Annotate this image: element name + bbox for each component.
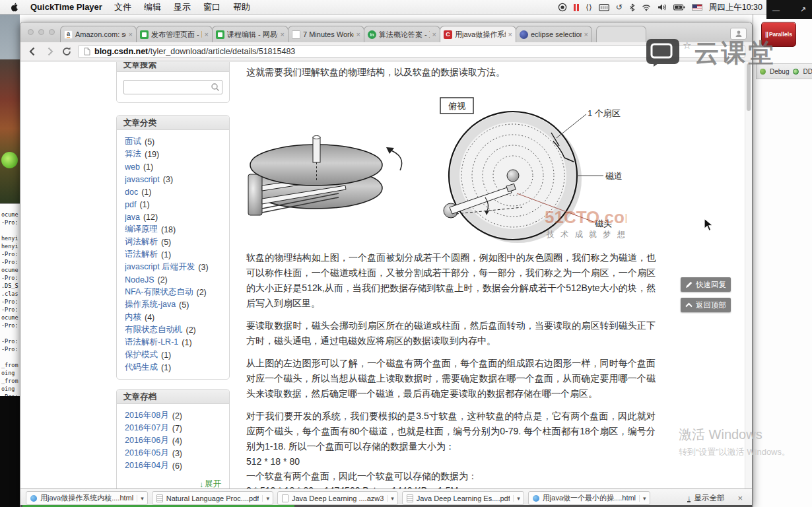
category-link[interactable]: javascript 后端开发 [125, 261, 195, 273]
terminal-line: _from [1, 377, 20, 385]
quick-reply-button[interactable]: 快速回复 [681, 277, 731, 292]
zoom-window-button[interactable] [49, 29, 55, 35]
archive-link[interactable]: 2016年06月 [125, 435, 169, 446]
vm-minimize-icon[interactable]: — [772, 6, 780, 14]
download-item[interactable]: Java Deep Learning Es....pdf ▾ [402, 491, 524, 505]
wifi-icon[interactable] [642, 2, 651, 13]
menubar-app-name[interactable]: QuickTime Player [30, 2, 102, 12]
category-count: (19) [145, 150, 159, 159]
show-all-downloads-button[interactable]: ↓ 显示全部 [682, 493, 730, 503]
menubar-menu-item[interactable]: 文件 [114, 1, 131, 13]
category-link[interactable]: web [125, 162, 140, 172]
category-link[interactable]: 有限状态自动机 [125, 324, 183, 335]
tab-close-icon[interactable]: × [205, 30, 209, 38]
browser-tab[interactable]: 课程编辑 - 网易云课堂 × [212, 26, 288, 42]
volume-icon[interactable] [658, 2, 667, 13]
menubar-menu-item[interactable]: 编辑 [144, 1, 161, 13]
tab-close-icon[interactable]: × [281, 30, 285, 38]
download-item[interactable]: Java Deep Learning ....azw3 ▾ [277, 491, 398, 505]
apple-logo-icon[interactable] [11, 2, 18, 13]
browser-tab[interactable]: 7 Minutes Workout × [288, 26, 364, 42]
category-row: 语法解析 (1) [125, 248, 221, 261]
archive-link[interactable]: 2016年05月 [125, 448, 169, 459]
browser-tab[interactable]: 用java做操作系统内核 × [440, 26, 516, 42]
expand-label: 展开 [205, 479, 221, 489]
ddms-perspective-button[interactable]: DDMS [803, 68, 812, 75]
minimize-window-button[interactable] [38, 29, 44, 35]
download-menu-caret[interactable]: ▾ [639, 495, 646, 502]
category-link[interactable]: 面试 [125, 136, 141, 147]
category-link[interactable]: 算法 [125, 149, 141, 160]
category-link[interactable]: 编译原理 [125, 224, 158, 235]
category-link[interactable]: java [125, 213, 140, 222]
back-button[interactable] [27, 46, 38, 57]
bluetooth-icon[interactable] [629, 2, 635, 13]
page-scrollbar[interactable] [745, 62, 752, 489]
dev-brackets-icon[interactable]: ⟨⟩ [586, 3, 592, 12]
download-filename: Natural Language Proc....pdf [166, 494, 259, 502]
reload-button[interactable] [61, 46, 72, 57]
category-link[interactable]: javascript [125, 175, 160, 184]
menubar-menu-item[interactable]: 窗口 [203, 1, 220, 13]
category-link[interactable]: 代码生成 [125, 362, 158, 373]
download-item[interactable]: 用java做操作系统内核....html ▾ [26, 491, 148, 505]
category-count: (1) [182, 338, 191, 347]
close-downloads-bar-icon[interactable]: × [737, 493, 743, 503]
screen-record-icon[interactable] [558, 2, 567, 13]
terminal-line: _from [1, 361, 20, 369]
menubar-clock[interactable]: 周四上午10:30 [709, 2, 762, 13]
tab-close-icon[interactable]: × [432, 30, 436, 38]
category-link[interactable]: pdf [125, 200, 136, 209]
archive-link[interactable]: 2016年04月 [125, 460, 169, 471]
url-path: /tyler_download/article/details/51815483 [148, 47, 295, 56]
debug-perspective-button[interactable]: Debug [770, 68, 789, 75]
category-link[interactable]: doc [125, 187, 138, 197]
download-menu-caret[interactable]: ▾ [513, 495, 520, 502]
category-link[interactable]: 内核 [125, 312, 141, 323]
category-link[interactable]: NFA-有限状态自动 [125, 287, 193, 298]
category-link[interactable]: 操作系统-java [125, 299, 176, 310]
browser-tab[interactable]: 发布管理页面 - 网易云 × [136, 26, 213, 42]
archive-link[interactable]: 2016年08月 [125, 410, 169, 421]
tab-close-icon[interactable]: × [508, 30, 512, 38]
archive-list: 2016年08月 (2) 2016年07月 (7) 2016年06月 (4) [117, 404, 229, 477]
archive-row: 2016年08月 (2) [125, 409, 221, 422]
download-menu-caret[interactable]: ▾ [387, 495, 394, 502]
vm-resize-icon[interactable]: ↗ [800, 5, 806, 14]
archive-link[interactable]: 2016年07月 [125, 422, 169, 434]
category-link[interactable]: NodeJS [125, 275, 154, 285]
forward-button[interactable] [44, 46, 55, 57]
recording-pause-icon[interactable] [574, 2, 579, 13]
new-tab-button[interactable] [596, 26, 646, 42]
scrollbar-thumb[interactable] [747, 63, 751, 111]
download-menu-caret[interactable]: ▾ [137, 495, 144, 502]
archive-expand-button[interactable]: ↓ 展开 [117, 477, 229, 489]
tab-close-icon[interactable]: × [129, 30, 133, 38]
browser-tab[interactable]: 算法概论答案 - 豆丁网 × [364, 26, 440, 42]
input-language-flag-icon[interactable] [692, 4, 702, 11]
download-item[interactable]: 用java做一个最小的操....html ▾ [528, 491, 650, 505]
back-to-top-button[interactable]: 返回顶部 [681, 298, 731, 312]
download-menu-caret[interactable]: ▾ [262, 495, 269, 502]
tab-close-icon[interactable]: × [584, 30, 588, 38]
time-machine-icon[interactable]: ↺ [616, 3, 623, 12]
archive-count: (6) [172, 461, 182, 471]
category-link[interactable]: 词法解析 [125, 236, 158, 248]
download-item[interactable]: Natural Language Proc....pdf ▾ [152, 491, 273, 505]
browser-tab[interactable]: Amazon.com: search × [60, 26, 137, 42]
article-search-input[interactable] [123, 80, 222, 94]
battery-icon[interactable] [673, 2, 685, 13]
close-window-button[interactable] [28, 29, 34, 35]
keyboard-icon[interactable] [599, 2, 609, 13]
category-link[interactable]: 语法解析-LR-1 [125, 337, 178, 348]
tab-close-icon[interactable]: × [356, 30, 360, 38]
category-link[interactable]: 保护模式 [125, 349, 158, 360]
menubar-menu-item[interactable]: 帮助 [233, 1, 250, 13]
search-icon[interactable] [211, 83, 220, 94]
menubar-menu-item[interactable]: 显示 [174, 1, 191, 13]
category-link[interactable]: 语法解析 [125, 249, 158, 260]
category-row: pdf (1) [125, 198, 221, 211]
macos-menu-bar: QuickTime Player 文件编辑显示窗口帮助 ⟨⟩ ↺ 周四上午10:… [0, 0, 812, 15]
browser-tab[interactable]: eclipse selection doe × [516, 26, 592, 42]
article-paragraph: 要读取数据时，磁头会挪动到扇区所在的磁道或柱面，然后盘面转动，当要读取的扇区转到… [246, 318, 656, 349]
